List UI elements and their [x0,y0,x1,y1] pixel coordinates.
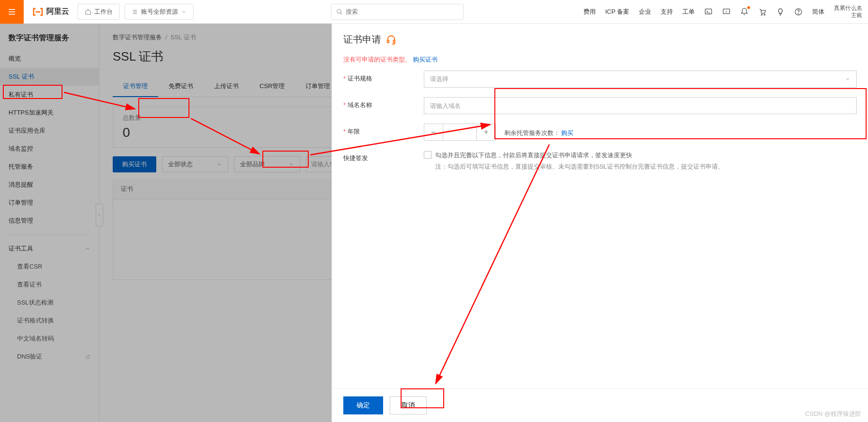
stat-total: 总数量 0 [113,107,360,147]
workspace-button[interactable]: 工作台 [78,4,120,20]
field-domain-label: *域名名称 [343,97,424,109]
tab-upload-cert[interactable]: 上传证书 [204,76,249,97]
sidebar-group-tools[interactable]: 证书工具 [0,240,99,258]
cert-apply-drawer: 证书申请 没有可申请的证书类型。 购买证书 *证书规格 请选择 *域名名称 [331,24,868,422]
buy-cert-button[interactable]: 购买证书 [113,156,156,172]
sidebar-item-private[interactable]: 私有证书 [0,86,99,104]
crumb-1[interactable]: 数字证书管理服务 [113,34,162,41]
home-icon [85,9,91,15]
sidebar-item-https-gw[interactable]: HTTPS加速网关 [0,104,99,122]
sidebar-tool-punycode[interactable]: 中文域名转码 [0,330,99,348]
tab-cert-manage[interactable]: 证书管理 [113,76,158,97]
header-right: 费用 ICP 备案 企业 支持 工单 简体 真累什么名 主账 [583,5,868,18]
chevron-left-icon [97,213,102,217]
sidebar-tool-ssl-check[interactable]: SSL状态检测 [0,294,99,312]
cart-icon[interactable] [758,8,767,16]
quick-issue-checkbox[interactable] [424,151,431,159]
svg-point-13 [764,14,765,15]
aliyun-logo-icon [32,6,44,18]
watermark: CSDN @程序猿进阶 [805,410,861,418]
tab-free-cert[interactable]: 免费证书 [158,76,204,97]
sidebar-item-domain-monitor[interactable]: 域名监控 [0,140,99,158]
tab-csr-manage[interactable]: CSR管理 [249,76,295,97]
svg-point-6 [337,9,341,13]
chevron-down-icon [216,162,222,167]
sidebar-item-info[interactable]: 信息管理 [0,212,99,230]
warning-row: 没有可申请的证书类型。 购买证书 [343,55,857,64]
workspace-label: 工作台 [94,8,113,16]
svg-line-7 [340,12,342,14]
profile-button[interactable]: 真累什么名 主账 [834,5,862,18]
headset-icon[interactable] [386,35,396,45]
global-search-input[interactable] [346,8,458,15]
help-icon[interactable] [794,8,803,16]
chevron-down-icon [181,9,187,15]
app-header: 阿里云 工作台 账号全部资源 费用 ICP 备案 企业 支持 工单 简 [0,0,868,24]
field-years-label: *年限 [343,124,424,136]
sidebar-item-repo[interactable]: 证书应用仓库 [0,122,99,140]
svg-rect-16 [387,40,389,43]
global-search[interactable] [331,4,464,20]
chevron-up-icon [85,246,90,251]
list-icon [132,9,138,15]
sidebar-item-overview[interactable]: 概览 [0,50,99,68]
sidebar-tool-csr[interactable]: 查看CSR [0,258,99,276]
sidebar-tool-view-cert[interactable]: 查看证书 [0,276,99,294]
filter-brand-label: 全部品牌 [240,160,265,169]
stepper-minus-button[interactable]: − [424,124,443,140]
buy-hosting-link[interactable]: 购买 [561,129,573,136]
filter-status-label: 全部状态 [168,160,193,169]
cert-spec-select[interactable]: 请选择 [424,71,857,88]
nav-enterprise[interactable]: 企业 [639,8,651,16]
nav-fees[interactable]: 费用 [583,8,596,16]
stepper-value-input[interactable] [443,124,476,140]
bulb-icon[interactable] [776,8,785,16]
quick-issue-desc: 勾选并且完善以下信息，付款后将直接提交证书申请请求，签发速度更快 [435,150,724,161]
sidebar-tool-convert[interactable]: 证书格式转换 [0,312,99,330]
profile-line2: 主账 [834,12,862,18]
sidebar-item-messages[interactable]: 消息提醒 [0,176,99,194]
svg-rect-17 [394,40,395,43]
stepper-plus-button[interactable]: + [476,124,495,140]
sidebar-divider [9,234,90,235]
sidebar-item-hosting[interactable]: 托管服务 [0,158,99,176]
lang-switch[interactable]: 简体 [812,8,824,16]
field-spec-label: *证书规格 [343,71,424,83]
nav-support[interactable]: 支持 [661,8,673,16]
sidebar-collapse-button[interactable] [96,204,103,226]
confirm-button[interactable]: 确定 [343,396,383,414]
field-spec: *证书规格 请选择 [343,71,857,88]
cloudshell-icon[interactable] [704,8,713,16]
notification-icon[interactable] [740,8,749,16]
drawer-body: 没有可申请的证书类型。 购买证书 *证书规格 请选择 *域名名称 [332,55,868,388]
chevron-down-icon [288,162,294,167]
field-years: *年限 − + 剩余托管服务次数： 购买 [343,124,857,141]
nav-ticket[interactable]: 工单 [682,8,695,16]
account-scope-dropdown[interactable]: 账号全部资源 [125,4,194,20]
chevron-down-icon [845,76,850,82]
filter-brand-dropdown[interactable]: 全部品牌 [234,156,300,172]
filter-status-dropdown[interactable]: 全部状态 [162,156,228,172]
cert-spec-placeholder: 请选择 [430,75,448,83]
menu-toggle-button[interactable] [0,0,24,24]
svg-point-12 [761,14,762,15]
nav-icp[interactable]: ICP 备案 [605,8,629,16]
sidebar-tool-dns-label: DNS验证 [17,352,42,361]
drawer-footer: 确定 取消 [332,388,868,422]
field-quick-issue: 快捷签发 勾选并且完善以下信息，付款后将直接提交证书申请请求，签发速度更快 注：… [343,150,857,171]
sidebar-item-ssl[interactable]: SSL 证书 [0,68,99,86]
brand-text: 阿里云 [46,7,69,17]
drawer-title: 证书申请 [343,33,381,46]
buy-cert-link[interactable]: 购买证书 [413,56,438,63]
cancel-button[interactable]: 取消 [390,396,427,414]
sidebar-tool-dns[interactable]: DNS验证 [0,348,99,366]
field-domain: *域名名称 [343,97,857,114]
brand-logo[interactable]: 阿里云 [24,6,78,18]
screen-icon[interactable] [722,8,731,16]
domain-input[interactable] [424,97,857,114]
sidebar: 数字证书管理服务 概览 SSL 证书 私有证书 HTTPS加速网关 证书应用仓库… [0,24,99,422]
sidebar-item-orders[interactable]: 订单管理 [0,194,99,212]
crumb-2: SSL 证书 [170,34,196,41]
quick-issue-note: 注：勾选后可填写证书信息，直接提交审核。未勾选需要到SSL证书控制台完善证书信息… [435,162,724,171]
stat-value: 0 [123,125,350,140]
